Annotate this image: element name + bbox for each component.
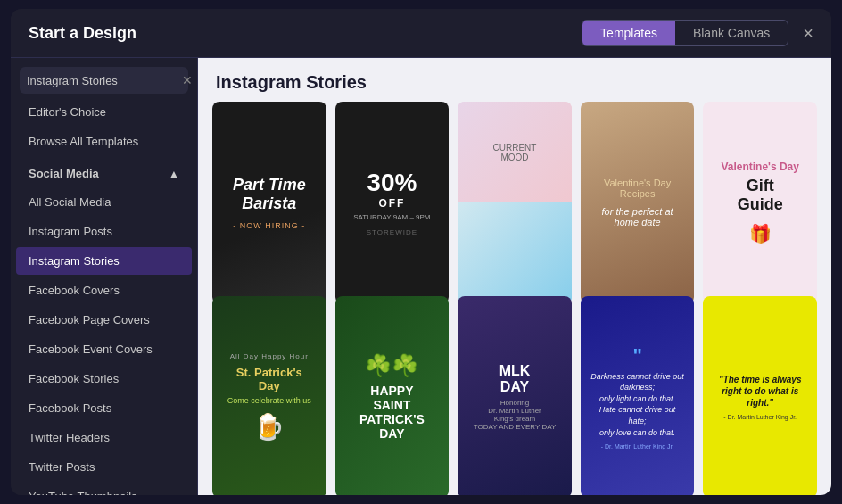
sidebar-item-twitter-headers[interactable]: Twitter Headers xyxy=(16,424,192,451)
card-gumball-top: CURRENTMOOD xyxy=(458,102,572,202)
card-gumball-bottom xyxy=(458,202,572,303)
sidebar-item-facebook-covers[interactable]: Facebook Covers xyxy=(16,277,192,304)
card-recipes-sub: for the perfect at home date xyxy=(590,206,686,227)
templates-grid: Part TimeBarista - NOW HIRING - 30% OFF … xyxy=(198,102,831,495)
card-stpatricks-icon: 🍺 xyxy=(253,412,285,442)
template-card[interactable]: 30% OFF SATURDAY 9AM – 9PM STOREWIDE xyxy=(335,102,450,304)
card-30off-pct: 30% xyxy=(367,169,417,197)
card-30off-off: OFF xyxy=(378,197,405,210)
search-row: ✕ xyxy=(20,67,188,94)
main-content: Instagram Stories Part TimeBarista - NOW… xyxy=(198,58,831,495)
card-mlk-title: MLKDAY xyxy=(499,363,531,395)
template-card[interactable]: CURRENTMOOD xyxy=(458,102,572,304)
template-card[interactable]: Valentine's Day GiftGuide 🎁 xyxy=(703,102,817,304)
tab-blank-canvas[interactable]: Blank Canvas xyxy=(675,21,788,45)
modal: Start a Design Templates Blank Canvas × … xyxy=(11,9,831,495)
sidebar-item-facebook-page-covers[interactable]: Facebook Page Covers xyxy=(16,306,192,334)
card-valentines-title: Valentine's Day xyxy=(721,161,799,173)
search-input[interactable] xyxy=(27,74,177,87)
template-card[interactable]: All Day Happy Hour St. Patrick'sDay Come… xyxy=(212,296,326,496)
sidebar-item-twitter-posts[interactable]: Twitter Posts xyxy=(16,453,192,481)
template-card[interactable]: MLKDAY HonoringDr. Martin LutherKing's d… xyxy=(458,296,572,496)
clear-icon[interactable]: ✕ xyxy=(182,74,193,87)
card-happy-saint-shamrock: ☘️☘️ xyxy=(365,353,418,378)
card-darkness-quote-marks: " xyxy=(632,344,641,368)
modal-header: Start a Design Templates Blank Canvas × xyxy=(11,9,831,58)
sidebar-item-facebook-stories[interactable]: Facebook Stories xyxy=(16,365,192,392)
close-button[interactable]: × xyxy=(803,24,813,42)
card-stpatricks-event: All Day Happy Hour xyxy=(230,352,309,360)
card-30off-label: STOREWIDE xyxy=(367,228,417,236)
card-stpatricks-sub: Come celebrate with us xyxy=(227,396,311,405)
template-card[interactable]: "The time is always right to do what is … xyxy=(703,296,817,496)
card-mlk-sub: HonoringDr. Martin LutherKing's dreamTOD… xyxy=(474,399,556,431)
tab-group: Templates Blank Canvas xyxy=(582,20,788,46)
card-valentines-main: GiftGuide xyxy=(738,177,783,214)
card-darkness-attribution: - Dr. Martin Luther King Jr. xyxy=(601,443,674,450)
modal-overlay: Start a Design Templates Blank Canvas × … xyxy=(0,0,842,504)
sidebar-item-youtube-thumbnails[interactable]: YouTube Thumbnails xyxy=(16,483,192,495)
template-card[interactable]: Part TimeBarista - NOW HIRING - xyxy=(212,102,326,304)
sidebar-item-browse-all[interactable]: Browse All Templates xyxy=(16,128,192,155)
card-stpatricks-title: St. Patrick'sDay xyxy=(236,366,302,392)
content-title: Instagram Stories xyxy=(198,58,831,102)
chevron-up-icon: ▲ xyxy=(169,168,179,180)
card-gumball-brand: CURRENTMOOD xyxy=(486,136,544,169)
card-30off-sub: SATURDAY 9AM – 9PM xyxy=(353,213,430,221)
sidebar-item-editors-choice[interactable]: Editor's Choice xyxy=(16,98,192,126)
sidebar-item-facebook-posts[interactable]: Facebook Posts xyxy=(16,394,192,422)
template-card[interactable]: ☘️☘️ HAPPYSAINTPATRICK'SDAY xyxy=(335,296,450,496)
card-time-attribution: - Dr. Martin Luther King Jr. xyxy=(723,414,797,420)
template-card[interactable]: " Darkness cannot drive out darkness;onl… xyxy=(581,296,695,496)
card-time-quote-text: "The time is always right to do what is … xyxy=(712,374,808,409)
modal-body: ✕ Editor's Choice Browse All Templates S… xyxy=(11,58,831,495)
sidebar-item-instagram-stories[interactable]: Instagram Stories xyxy=(16,247,192,275)
sidebar-item-instagram-posts[interactable]: Instagram Posts xyxy=(16,218,192,245)
template-card[interactable]: Valentine's DayRecipes for the perfect a… xyxy=(581,102,695,304)
sidebar: ✕ Editor's Choice Browse All Templates S… xyxy=(11,58,198,495)
card-valentines-gift-icon: 🎁 xyxy=(749,223,772,244)
card-recipes-title: Valentine's DayRecipes xyxy=(604,178,671,199)
sidebar-item-facebook-event-covers[interactable]: Facebook Event Covers xyxy=(16,335,192,363)
tab-templates[interactable]: Templates xyxy=(582,21,675,45)
sidebar-section-social-media[interactable]: Social Media ▲ xyxy=(16,160,192,187)
card-barista-title: Part TimeBarista xyxy=(233,176,306,214)
modal-title: Start a Design xyxy=(29,24,582,43)
sidebar-item-all-social[interactable]: All Social Media xyxy=(16,188,192,216)
card-happy-saint-title: HAPPYSAINTPATRICK'SDAY xyxy=(359,384,425,441)
sidebar-section-label: Social Media xyxy=(29,167,99,180)
card-darkness-quote-text: Darkness cannot drive out darkness;only … xyxy=(590,371,686,439)
card-barista-sub: - NOW HIRING - xyxy=(233,221,305,230)
